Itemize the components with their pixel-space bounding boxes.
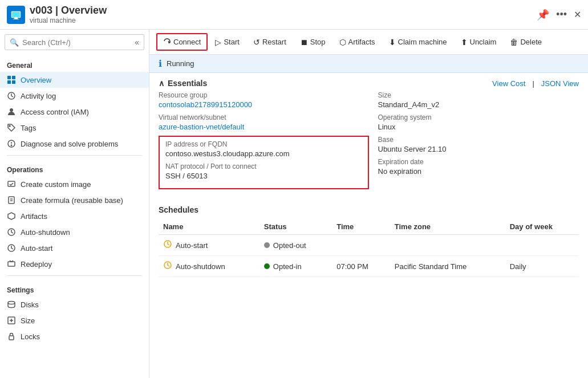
field-expiration-label: Expiration date: [378, 158, 579, 166]
main-layout: 🔍 « General Overview Activity log Access…: [0, 30, 588, 378]
collapse-essentials-icon[interactable]: ∧: [159, 79, 164, 88]
sidebar-item-diagnose[interactable]: Diagnose and solve problems: [0, 136, 149, 152]
sidebar-item-auto-start[interactable]: Auto-start: [0, 240, 149, 256]
close-icon[interactable]: ✕: [574, 9, 581, 20]
field-expiration-value: No expiration: [378, 167, 579, 176]
sidebar-item-create-image[interactable]: Create custom image: [0, 176, 149, 192]
svg-rect-4: [7, 76, 11, 79]
title-bar: v003 | Overview virtual machine 📌 ••• ✕: [0, 0, 588, 30]
create-image-label: Create custom image: [21, 180, 91, 189]
sidebar-section-general: General: [0, 55, 149, 72]
auto-shutdown-label: Auto-shutdown: [21, 228, 70, 237]
status-bar: ℹ Running: [149, 55, 588, 73]
resource-group-link[interactable]: contosolab21789915120000: [159, 100, 252, 109]
vnet-link[interactable]: azure-bastion-vnet/default: [159, 123, 244, 131]
search-box[interactable]: 🔍 «: [5, 34, 144, 50]
activity-log-label: Activity log: [21, 92, 56, 100]
col-timezone: Time zone: [390, 219, 505, 235]
restart-label: Restart: [262, 38, 286, 46]
stop-button[interactable]: ⏹ Stop: [294, 34, 332, 50]
col-status: Status: [259, 219, 332, 235]
sidebar-item-locks[interactable]: Locks: [0, 328, 149, 344]
disks-label: Disks: [21, 300, 39, 309]
field-size-value: Standard_A4m_v2: [378, 100, 579, 109]
svg-rect-24: [9, 336, 14, 340]
json-view-link[interactable]: JSON View: [541, 79, 579, 88]
sidebar: 🔍 « General Overview Activity log Access…: [0, 30, 149, 378]
sidebar-item-create-formula[interactable]: Create formula (reusable base): [0, 192, 149, 208]
more-icon[interactable]: •••: [556, 9, 567, 21]
sidebar-item-activity-log[interactable]: Activity log: [0, 88, 149, 104]
sidebar-item-disks[interactable]: Disks: [0, 296, 149, 312]
sidebar-divider-1: [7, 155, 142, 156]
schedule-icon-1: [163, 239, 172, 251]
auto-start-icon: [7, 243, 16, 253]
collapse-button[interactable]: «: [135, 38, 139, 47]
schedules-table: Name Status Time Time zone Day of week: [159, 219, 579, 277]
locks-icon: [7, 332, 16, 341]
page-title: v003 | Overview: [30, 5, 537, 17]
artifacts-button[interactable]: ⬡ Artifacts: [333, 34, 382, 50]
schedule-time-2: 07:00 PM: [332, 256, 390, 277]
sidebar-item-size[interactable]: Size: [0, 312, 149, 328]
claim-machine-button[interactable]: ⬇ Claim machine: [383, 34, 453, 50]
unclaim-button[interactable]: ⬆ Unclaim: [455, 34, 503, 50]
auto-shutdown-icon: [7, 227, 16, 237]
access-control-icon: [7, 107, 16, 116]
schedule-status-1: Opted-out: [259, 235, 332, 256]
sidebar-item-tags[interactable]: Tags: [0, 120, 149, 136]
delete-button[interactable]: 🗑 Delete: [504, 34, 548, 50]
content-area: Connect ▷ Start ↺ Restart ⏹ Stop ⬡ Artif…: [149, 30, 588, 378]
field-resource-group-label: Resource group: [159, 91, 369, 99]
field-nat-label: NAT protocol / Port to connect: [165, 162, 362, 170]
schedule-dayofweek-1: [505, 235, 579, 256]
redeploy-label: Redeploy: [21, 260, 52, 269]
col-name: Name: [159, 219, 259, 235]
status-dot-grey: [264, 242, 270, 248]
diagnose-label: Diagnose and solve problems: [21, 140, 118, 148]
sidebar-item-access-control[interactable]: Access control (IAM): [0, 104, 149, 120]
schedule-status-2: Opted-in: [259, 256, 332, 277]
sidebar-divider-2: [7, 275, 142, 276]
status-dot-green: [264, 263, 270, 269]
unclaim-icon: ⬆: [461, 38, 468, 47]
start-label: Start: [224, 38, 239, 46]
search-input[interactable]: [22, 38, 132, 47]
sidebar-item-auto-shutdown[interactable]: Auto-shutdown: [0, 224, 149, 240]
claim-icon: ⬇: [389, 38, 396, 47]
locks-label: Locks: [21, 332, 40, 341]
col-time: Time: [332, 219, 390, 235]
start-button[interactable]: ▷ Start: [209, 34, 245, 50]
sidebar-item-redeploy[interactable]: Redeploy: [0, 256, 149, 272]
sidebar-item-artifacts[interactable]: Artifacts: [0, 208, 149, 224]
create-formula-icon: [7, 196, 16, 205]
schedule-name-1: Auto-start: [159, 235, 259, 256]
essentials-left: Resource group contosolab21789915120000 …: [159, 91, 369, 194]
tags-icon: [7, 123, 16, 132]
table-row: Auto-shutdown Opted-in 07:00 PM Pacific …: [159, 256, 579, 277]
svg-point-22: [8, 302, 15, 304]
status-icon: ℹ: [159, 58, 162, 69]
field-os-value: Linux: [378, 123, 579, 131]
overview-icon: [7, 75, 16, 84]
view-cost-link[interactable]: View Cost: [492, 79, 525, 88]
field-ip-fqdn: IP address or FQDN contoso.westus3.cloud…: [165, 140, 362, 158]
essentials-title: ∧ Essentials: [159, 79, 207, 88]
claim-label: Claim machine: [398, 38, 447, 46]
field-base: Base Ubuntu Server 21.10: [378, 136, 579, 153]
schedules-section: Schedules Name Status Time Time zone Day…: [149, 201, 588, 282]
connect-button[interactable]: Connect: [156, 33, 208, 51]
create-formula-label: Create formula (reusable base): [21, 196, 123, 205]
pin-icon[interactable]: 📌: [537, 9, 549, 21]
sidebar-item-overview[interactable]: Overview: [0, 72, 149, 88]
toolbar: Connect ▷ Start ↺ Restart ⏹ Stop ⬡ Artif…: [149, 30, 588, 55]
vm-icon: [7, 6, 25, 24]
field-base-label: Base: [378, 136, 579, 144]
schedules-title: Schedules: [159, 205, 579, 214]
restart-button[interactable]: ↺ Restart: [247, 34, 293, 50]
artifacts-label: Artifacts: [21, 212, 47, 221]
essentials-links: View Cost | JSON View: [492, 79, 579, 88]
artifacts-icon: [7, 212, 16, 221]
field-size-label: Size: [378, 91, 579, 99]
svg-point-13: [11, 145, 11, 145]
